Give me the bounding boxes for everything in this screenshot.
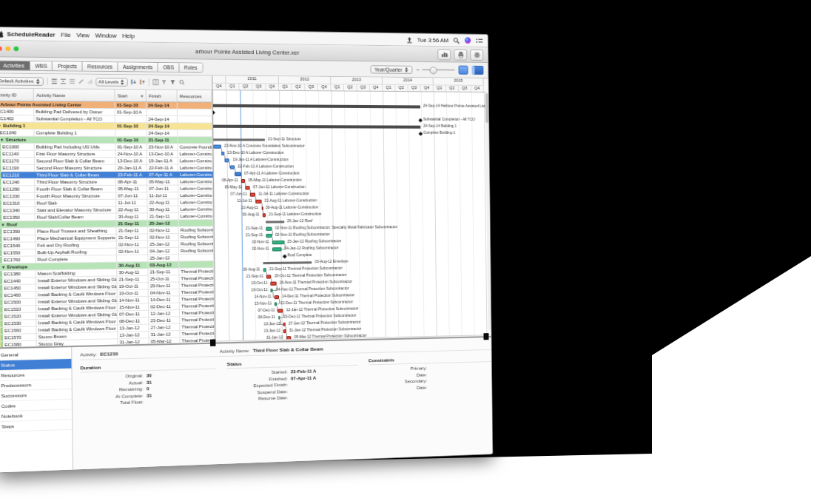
levels-dropdown[interactable]: All Levels (95, 78, 129, 87)
clock[interactable]: Tue 3:56 AM (417, 36, 449, 44)
timescale-dropdown[interactable]: Year/Quarter (371, 65, 413, 74)
zoom-slider[interactable]: − (417, 66, 455, 73)
column-header-activity-name[interactable]: Activity Name (34, 89, 115, 101)
menu-app-name[interactable]: ScheduleReader (7, 30, 55, 38)
gantt-bar-EC1520[interactable] (278, 309, 283, 312)
quarter-cell: Q2 (239, 83, 252, 90)
gantt-bar-EC1310[interactable] (255, 200, 261, 204)
gantt-label: 29-Nov-11 Thermal Protection Subcontract… (280, 280, 352, 286)
gantt-bar-EC1390[interactable] (266, 227, 272, 231)
detail-tab-steps[interactable]: Steps (0, 420, 72, 432)
table-row-EC1140[interactable]: EC1140First Floor Masonry Structure24-No… (0, 151, 213, 158)
gantt-bar-EC1490[interactable] (266, 234, 272, 238)
table-cell: Mason Scaffolding (36, 269, 118, 277)
tab-roles[interactable]: Roles (179, 63, 202, 72)
table-cell: Stair and Elevator Masonry Structure (36, 206, 117, 213)
filter-icon[interactable] (161, 79, 168, 85)
menu-view[interactable]: View (76, 31, 90, 38)
gantt-bar-EC1540[interactable] (272, 241, 284, 244)
gantt-bar-arbour-pointe-assisted-living-center[interactable] (213, 104, 420, 108)
print-button[interactable] (454, 49, 467, 60)
zoom-slider-track[interactable] (422, 69, 454, 70)
table-cell: Roof Slab/Collar Beam (36, 214, 117, 221)
gantt-milestone-EC1400[interactable] (213, 110, 215, 115)
relationship-lines-icon[interactable] (78, 78, 84, 84)
filter-active-icon[interactable] (170, 79, 177, 85)
gantt-bar-envelope[interactable] (263, 261, 312, 264)
column-header-start[interactable]: Start▼ (115, 90, 147, 101)
gantt-milestone-EC1040[interactable] (418, 131, 423, 135)
table-cell: 25-Oct-11 (149, 275, 180, 282)
collapse-caret-icon[interactable]: ▼ (0, 124, 1, 128)
stepper-icon (406, 67, 409, 72)
sort-asc-icon[interactable] (130, 79, 137, 85)
gantt-label: 04-Nov-11 Thermal Protection Subcontract… (276, 286, 349, 292)
table-cell: EC1440 (2, 278, 36, 284)
tab-activities[interactable]: Activities (0, 61, 30, 70)
tab-projects[interactable]: Projects (53, 61, 82, 70)
table-cell: 08-Apr-11 (116, 178, 147, 185)
table-cell: Third Floor Masonry Structure (35, 178, 116, 185)
column-header-activity-id[interactable]: Activity ID (0, 89, 34, 101)
group-columns-icon[interactable] (50, 78, 57, 85)
table-cell: EC1340 (1, 207, 36, 214)
field-label: Started: (227, 369, 291, 375)
gantt-bar-EC1450[interactable] (271, 282, 277, 286)
gantt-bar-EC1330[interactable] (250, 192, 255, 196)
tab-assignments[interactable]: Assignments (118, 62, 158, 71)
gantt-bar-roof[interactable] (266, 221, 284, 223)
menu-file[interactable]: File (61, 31, 70, 38)
gantt-milestone-EC1760[interactable] (282, 254, 286, 258)
notification-center-icon[interactable] (476, 37, 483, 44)
menu-window[interactable]: Window (95, 32, 116, 39)
gantt-bar-EC1000[interactable] (213, 145, 221, 149)
columns-icon[interactable] (153, 79, 160, 85)
gantt-bar-EC1210[interactable] (235, 172, 240, 176)
progress-lines-icon[interactable] (87, 78, 93, 84)
gantt-bar-EC1350[interactable] (263, 213, 266, 217)
gantt-label: 13-Dec-10 A Laborer-Construction (227, 151, 283, 155)
layout-gantt-button[interactable] (471, 66, 483, 75)
column-header-resources[interactable]: Resources (178, 90, 212, 102)
table-row-EC1000[interactable]: EC1000Building Pad Including UG Utils01-… (0, 144, 212, 151)
menu-help[interactable]: Help (122, 32, 135, 39)
collapse-caret-icon[interactable]: ▼ (1, 265, 6, 269)
siri-icon[interactable] (464, 37, 471, 44)
layout-split-button[interactable] (459, 66, 468, 75)
gantt-bar-EC1170[interactable] (224, 158, 229, 162)
expand-rows-icon[interactable] (59, 78, 66, 85)
gantt-bar-building-1[interactable] (213, 124, 420, 128)
gantt-label: 31-Jan-12 Thermal Protection Subcontract… (289, 327, 362, 333)
gantt-bar-structure[interactable] (213, 138, 265, 141)
zoom-out-icon[interactable]: − (417, 66, 420, 73)
upload-status-icon[interactable] (406, 36, 412, 43)
vscroll-thumb[interactable] (485, 93, 488, 123)
tab-resources[interactable]: Resources (82, 61, 118, 70)
collapse-caret-icon[interactable]: ▼ (0, 138, 4, 142)
settings-button[interactable] (470, 49, 483, 60)
gantt-milestone-EC1402[interactable] (418, 118, 423, 122)
collapse-rows-icon[interactable] (69, 78, 75, 84)
table-group-row[interactable]: ▼Structure01-Sep-1021-Sep-11 (0, 137, 212, 144)
collapse-caret-icon[interactable]: ▼ (1, 222, 5, 226)
tab-wbs[interactable]: WBS (30, 61, 53, 70)
table-row-EC1040[interactable]: EC1040Complete Building 124-Sep-14 (0, 130, 212, 137)
search-icon[interactable] (179, 79, 186, 85)
gantt-label: 07-Dec-11 (213, 309, 275, 315)
table-row-EC1170[interactable]: EC1170Second Floor Slab & Collar Beam13-… (0, 158, 213, 165)
chart-button[interactable] (437, 49, 451, 60)
table-cell: 25-Jan-12 (148, 255, 179, 261)
field-value: 30 (147, 373, 152, 377)
search-icon[interactable] (453, 37, 460, 44)
zoom-slider-knob[interactable] (429, 67, 437, 74)
tab-obs[interactable]: OBS (158, 63, 180, 72)
layout-dropdown[interactable]: Default Activities (0, 76, 44, 85)
sort-desc-icon[interactable] (139, 79, 146, 85)
app-window: ScheduleReader File View Window Help Tue… (0, 27, 493, 474)
gantt-bar-EC1550[interactable] (272, 247, 281, 251)
gantt-label: 30-Aug-11 (213, 267, 260, 273)
table-cell: 08-Dec-11 (118, 317, 149, 324)
gantt-bar-EC1440[interactable] (266, 275, 272, 278)
column-header-finish[interactable]: Finish (147, 90, 178, 101)
status-section: StatusStarted:23-Feb-11 AFinished:07-Apr… (227, 358, 359, 404)
